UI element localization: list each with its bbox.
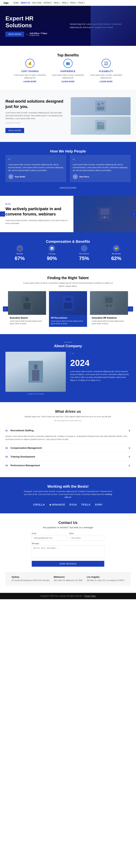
nav-page5[interactable]: PAGE 5 xyxy=(78,2,85,4)
talent-card-innovative-body: Innovative HR Solutions Lorem ipsum dolo… xyxy=(90,315,128,327)
footer: Copyright © 2024 Your company. All right… xyxy=(0,593,136,599)
email-field[interactable] xyxy=(32,535,67,540)
form-row-1: Email Name xyxy=(32,532,104,540)
talent-prev-button[interactable]: ‹ xyxy=(3,306,8,312)
testimonial-1-text: Lorem ipsum dolor sit amet, consectetur … xyxy=(8,163,63,172)
comp-mentorship-icon: 🤝 xyxy=(113,245,120,252)
contact-form: Email Name Message SEND MESSAGE xyxy=(32,532,104,567)
realworld-para1: Lorem ipsum dolor sit amet, consectetur … xyxy=(5,112,65,120)
svg-point-7 xyxy=(100,122,102,124)
accordion-header-2-content: 02. Compensation Management xyxy=(5,446,42,450)
about-navigation: ‹ › xyxy=(70,352,131,355)
nav-page4[interactable]: PAGE 4 xyxy=(70,2,77,4)
benefits-section: Top Benefits 💰 COST SAVINGS Lorem ipsum … xyxy=(0,46,136,90)
flexibility-learn[interactable]: LEARN MORE xyxy=(90,81,122,83)
compensation-title: Compensation & Benefits xyxy=(5,240,131,244)
read-more-button[interactable]: READ MORE xyxy=(5,32,24,37)
nav-about[interactable]: ABOUT US xyxy=(20,2,30,4)
brand-sony: SONY xyxy=(95,503,103,506)
office-la-city: Los Angeles xyxy=(87,576,124,578)
svg-point-24 xyxy=(109,304,112,307)
webinar-prev-button[interactable]: ‹ xyxy=(0,212,5,217)
realworld-para2: Images from Freepik xyxy=(5,122,65,124)
nav-page3[interactable]: PAGE 3 xyxy=(62,2,68,4)
office-la-addr: 360 Main St, Suite 123, Los Angeles CA 9… xyxy=(87,579,124,582)
contact-title: Contact Us xyxy=(5,521,131,525)
svg-point-19 xyxy=(68,298,72,301)
nav-contact[interactable]: CONTACT xyxy=(43,2,52,4)
talent-card-hr-text: Lorem ipsum dolor sit amet aliqua lorem … xyxy=(51,320,85,325)
talent-card-innovative: Innovative HR Solutions Lorem ipsum dolo… xyxy=(90,291,128,327)
working-para: Paragraph. Lorem ipsum dolor sit amet, c… xyxy=(23,490,114,499)
privacy-policy-link[interactable]: Privacy Policy xyxy=(85,595,96,597)
svg-rect-27 xyxy=(34,365,38,369)
author-1-name: Paul Smith xyxy=(15,176,25,178)
howwehelp-images-from: Images from Freepik xyxy=(5,187,131,188)
svg-rect-16 xyxy=(24,303,31,309)
hero-call: 📞 Call 24hrs / 7 Days to learn more xyxy=(26,32,47,36)
about-year: 2024 xyxy=(70,358,131,368)
quote-mark-1: " xyxy=(8,158,63,163)
accordion-header-1[interactable]: 01. Recruitment Staffing ∨ xyxy=(5,426,131,435)
nav-team[interactable]: OUR TEAM xyxy=(32,2,42,4)
benefits-title: Top Benefits xyxy=(5,53,131,57)
experience-learn[interactable]: LEARN MORE xyxy=(52,81,84,83)
accordion-header-1-content: 01. Recruitment Staffing xyxy=(5,429,34,432)
testimonial-1-author: P Paul Smith xyxy=(8,174,63,179)
images-from-link[interactable]: Images from Freepik xyxy=(60,187,76,188)
realworld-title: Real-world solutions designed just for y… xyxy=(5,99,65,109)
avatar-2: S xyxy=(73,174,78,179)
accordion-toggle-3: ∨ xyxy=(128,455,131,458)
comp-benefits-label: Benefits xyxy=(15,253,25,255)
webinar-next-button[interactable]: › xyxy=(131,212,136,217)
accordion-item-3: 03. Training Development ∨ xyxy=(5,453,131,461)
offices-container: Sydney 65 Victoria Rd Rydalmere NSW 2116… xyxy=(5,572,131,586)
about-label: HISTORY xyxy=(5,341,131,343)
accordion-item-1: 01. Recruitment Staffing ∨ Answer: Lorem… xyxy=(5,426,131,444)
cost-savings-icon: 💰 xyxy=(26,59,35,68)
comp-recruitment-label: Recruitment xyxy=(79,253,89,255)
name-field[interactable] xyxy=(69,535,104,540)
talent-cards: Executive Search Lorem ipsum dolor sit a… xyxy=(8,291,128,327)
about-section: HISTORY About Company Images from Freepi… xyxy=(0,334,136,402)
talent-next-button[interactable]: › xyxy=(128,306,133,312)
call-label: Call 24hrs / 7 Days xyxy=(30,32,47,34)
testimonial-2-author: S Sam Perry xyxy=(73,174,128,179)
comp-benefits-icon: 💼 xyxy=(16,245,23,252)
nav-page2[interactable]: PAGE 2 xyxy=(54,2,60,4)
realworld-inner: Real-world solutions designed just for y… xyxy=(5,97,131,135)
navbar: logo HOME ABOUT US OUR TEAM CONTACT PAGE… xyxy=(0,0,136,6)
benefit-flexibility: 🔄 FLEXIBILITY Lorem ipsum dolor sit amet… xyxy=(90,59,122,83)
accordion-header-4-content: 04. Performance Management xyxy=(5,464,40,467)
realworld-read-more[interactable]: READ MORE xyxy=(5,128,24,133)
nav-logo[interactable]: logo xyxy=(4,1,8,4)
accordion-header-3[interactable]: 03. Training Development ∨ xyxy=(5,453,131,461)
talent-card-innovative-img xyxy=(90,291,128,315)
testimonial-2: " Lorem ipsum dolor sit amet, consectetu… xyxy=(70,155,131,182)
finding-subtitle: Lorem ipsum dolor sit amet, consectetur … xyxy=(23,281,114,287)
accordion-toggle-4: ∨ xyxy=(128,464,131,467)
send-message-button[interactable]: SEND MESSAGE xyxy=(32,561,104,567)
name-label: Name xyxy=(69,532,104,534)
drives-intro: Sample large text. Click to plan the bes… xyxy=(23,415,114,418)
flexibility-title: FLEXIBILITY xyxy=(90,70,122,72)
about-text: Lorem ipsum dolor sit amet, consectetur … xyxy=(70,370,131,382)
svg-point-6 xyxy=(97,122,100,125)
finding-title: Finding the Right Talent xyxy=(5,276,131,280)
cost-savings-learn[interactable]: LEARN MORE xyxy=(13,81,46,83)
talent-card-executive-text: Lorem ipsum dolor sit amet aliqua lorem … xyxy=(10,320,44,325)
about-next-button[interactable]: › xyxy=(73,352,74,355)
email-group: Email xyxy=(32,532,67,540)
accordion-title-1: Recruitment Staffing xyxy=(10,429,34,432)
comp-recruitment-icon: 👤 xyxy=(81,245,87,252)
about-prev-button[interactable]: ‹ xyxy=(70,352,71,355)
nav-home[interactable]: HOME xyxy=(13,2,19,4)
svg-rect-20 xyxy=(63,303,73,309)
brands-container: CROLLA ◈ BINANCE EV3A TESLA SONY xyxy=(5,503,131,506)
accordion-title-2: Compensation Management xyxy=(10,446,42,449)
accordion-header-2[interactable]: 02. Compensation Management ∨ xyxy=(5,444,131,452)
accordion-header-4[interactable]: 04. Performance Management ∨ xyxy=(5,461,131,470)
hero-content: Expert HR Solutions READ MORE 📞 Call 24h… xyxy=(5,15,66,37)
accordion-num-1: 01. xyxy=(5,429,8,432)
message-field[interactable] xyxy=(32,545,104,558)
